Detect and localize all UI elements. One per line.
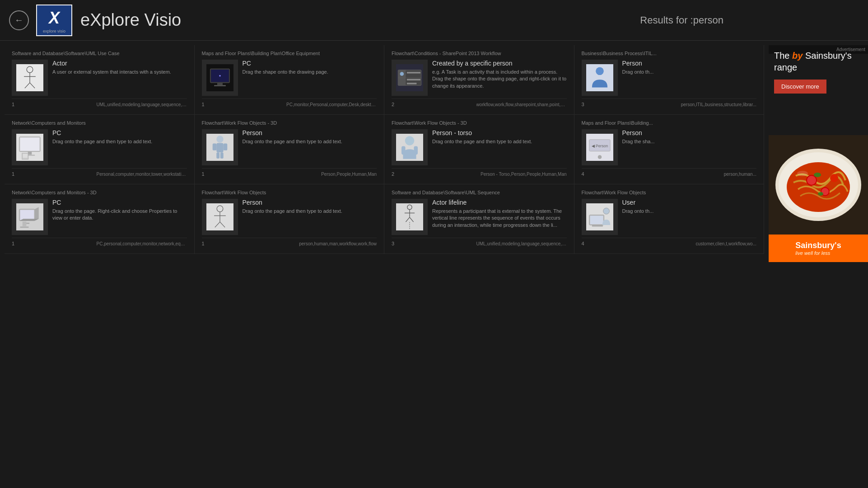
svg-text:explore visio: explore visio xyxy=(43,29,65,33)
card-body: Person Drag onto the page and then type … xyxy=(202,129,377,165)
card-category: Flowchart\Conditions - SharePoint 2013 W… xyxy=(392,51,567,56)
result-card[interactable]: Flowchart\Work Flow Objects User Drag on… xyxy=(574,184,765,254)
card-footer: 1 Person,People,Human,Man xyxy=(202,168,377,177)
card-count: 1 xyxy=(202,171,205,177)
result-card[interactable]: Business\Business Process\ITIL... Person… xyxy=(574,45,765,115)
card-name: Person xyxy=(622,129,757,136)
result-card[interactable]: Software and Database\Software\UML Use C… xyxy=(5,45,195,115)
svg-rect-56 xyxy=(20,226,29,228)
card-count: 3 xyxy=(392,241,394,246)
card-name: Person xyxy=(243,199,377,206)
result-card[interactable]: Network\Computers and Monitors - 3D PC D… xyxy=(5,184,195,254)
card-info: Person Drag onto the page and then type … xyxy=(243,129,377,165)
ad-headline: The by Sainsbury's range xyxy=(774,50,863,73)
card-tags: Personal,computer,monitor,tower,workstat… xyxy=(97,172,187,177)
result-card[interactable]: Maps and Floor Plans\Building Plan\Offic… xyxy=(195,45,385,115)
svg-rect-36 xyxy=(216,143,223,153)
card-image: ◀ Person xyxy=(582,129,618,165)
svg-point-86 xyxy=(818,192,823,196)
card-count: 2 xyxy=(392,102,394,107)
card-footer: 1 person,human,man,workflow,work,flow xyxy=(202,238,377,246)
ad-headline-em: by xyxy=(792,51,803,61)
card-count: 4 xyxy=(582,241,584,246)
card-info: Person Drag onto th... xyxy=(622,60,757,96)
card-category: Maps and Floor Plans\Building Plan\Offic… xyxy=(202,51,377,56)
card-footer: 1 Personal,computer,monitor,tower,workst… xyxy=(12,168,187,177)
advertisement-panel: Advertisement The by Sainsbury's range D… xyxy=(769,45,868,262)
card-category: Network\Computers and Monitors - 3D xyxy=(12,190,187,195)
card-image xyxy=(582,60,618,96)
result-card[interactable]: Flowchart\Work Flow Objects - 3D Person … xyxy=(195,115,385,184)
sainsburys-footer: Sainsbury's live well for less xyxy=(769,235,868,262)
svg-rect-54 xyxy=(23,221,27,226)
card-count: 1 xyxy=(202,102,205,107)
card-image xyxy=(12,60,48,96)
svg-point-87 xyxy=(797,171,808,176)
card-category: Network\Computers and Monitors xyxy=(12,120,187,126)
discover-more-button[interactable]: Discover more xyxy=(774,80,826,94)
card-count: 3 xyxy=(582,102,584,107)
svg-text:X: X xyxy=(48,9,61,27)
result-card[interactable]: Flowchart\Work Flow Objects Person Drag … xyxy=(195,184,385,254)
card-tags: PC,personal,computer,monitor,network,equ… xyxy=(97,241,187,246)
svg-point-48 xyxy=(597,155,602,159)
card-name: PC xyxy=(52,199,187,206)
card-desc: Drag onto the page and then type to add … xyxy=(432,138,567,145)
card-info: PC Drag onto the page. Right-click and c… xyxy=(52,199,187,235)
svg-rect-23 xyxy=(407,83,416,84)
card-name: Created by a specific person xyxy=(432,60,567,67)
svg-rect-29 xyxy=(20,138,40,151)
card-name: Person xyxy=(622,60,757,67)
card-name: User xyxy=(622,199,757,206)
back-icon: ← xyxy=(14,15,23,25)
card-category: Flowchart\Work Flow Objects xyxy=(202,190,377,195)
card-info: PC Drag onto the page and then type to a… xyxy=(52,129,187,165)
svg-rect-51 xyxy=(20,210,34,220)
svg-point-74 xyxy=(603,208,609,214)
card-category: Flowchart\Work Flow Objects - 3D xyxy=(392,120,567,126)
svg-rect-37 xyxy=(212,143,216,150)
card-body: Created by a specific person e.g. A Task… xyxy=(392,60,567,96)
card-footer: 3 person,ITIL,business,structure,librar.… xyxy=(582,99,757,107)
svg-rect-38 xyxy=(223,143,227,150)
svg-rect-55 xyxy=(26,223,29,224)
card-info: User Drag onto th... xyxy=(622,199,757,235)
card-desc: e.g. A Task is an activity that is inclu… xyxy=(432,69,567,89)
card-footer: 4 person,human... xyxy=(582,168,757,177)
svg-rect-21 xyxy=(407,72,420,73)
svg-text:◀ Person: ◀ Person xyxy=(591,144,608,148)
card-tags: UML,unified,modeling,language,sequence,t… xyxy=(476,241,567,246)
svg-point-81 xyxy=(807,176,816,185)
card-footer: 2 Person - Torso,Person,People,Human,Man xyxy=(392,168,567,177)
card-desc: Drag the shape onto the drawing page. xyxy=(243,69,377,75)
card-desc: Drag onto the page. Right-click and choo… xyxy=(52,208,187,222)
card-count: 1 xyxy=(12,171,14,177)
card-image xyxy=(202,129,238,165)
card-body: PC Drag the shape onto the drawing page. xyxy=(202,60,377,96)
card-name: Actor xyxy=(52,60,187,67)
card-image xyxy=(12,199,48,235)
result-card[interactable]: Maps and Floor Plans\Building... ◀ Perso… xyxy=(574,115,765,184)
card-name: PC xyxy=(52,129,187,136)
result-card[interactable]: Network\Computers and Monitors PC Drag o… xyxy=(5,115,195,184)
card-name: Actor lifeline xyxy=(432,199,567,206)
results-grid: Software and Database\Software\UML Use C… xyxy=(5,45,764,254)
result-card[interactable]: Flowchart\Work Flow Objects - 3D Person … xyxy=(384,115,574,184)
card-body: Person - torso Drag onto the page and th… xyxy=(392,129,567,165)
card-count: 2 xyxy=(392,171,394,177)
card-desc: Drag onto the page and then type to add … xyxy=(243,138,377,145)
card-desc: Drag onto the page and then type to add … xyxy=(243,208,377,215)
card-info: Actor lifeline Represents a participant … xyxy=(432,199,567,235)
card-tags: customer,clien,t,workflow,wo... xyxy=(696,241,757,246)
ad-headline-prefix: The xyxy=(774,51,792,61)
main-content: Software and Database\Software\UML Use C… xyxy=(0,41,868,262)
svg-point-35 xyxy=(216,136,223,142)
app-logo: X explore visio xyxy=(36,5,72,36)
card-name: Person xyxy=(243,129,377,136)
card-name: Person - torso xyxy=(432,129,567,136)
result-card[interactable]: Software and Database\Software\UML Seque… xyxy=(384,184,574,254)
result-card[interactable]: Flowchart\Conditions - SharePoint 2013 W… xyxy=(384,45,574,115)
back-button[interactable]: ← xyxy=(9,10,29,30)
svg-rect-14 xyxy=(214,85,226,86)
svg-point-42 xyxy=(405,136,415,145)
